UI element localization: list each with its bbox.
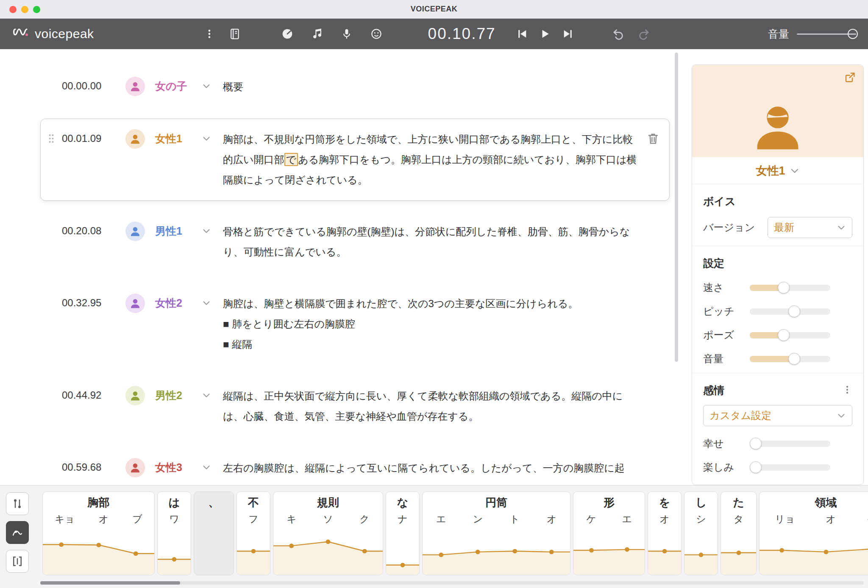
redo-icon[interactable]	[634, 25, 653, 43]
drag-handle-icon[interactable]	[47, 133, 55, 146]
phoneme-segment[interactable]: 不フ	[236, 491, 270, 575]
phoneme-segment[interactable]: しシ	[684, 491, 718, 575]
phoneme-label[interactable]: オ	[547, 513, 557, 526]
phoneme-label[interactable]: エ	[622, 513, 632, 526]
phoneme-segment[interactable]: 、	[194, 491, 234, 575]
line-speaker-name[interactable]: 女性3	[155, 458, 202, 477]
line-row[interactable]: 00.59.68女性3左右の胸膜腔は、縦隔によって互いに隔てられている。したがっ…	[40, 447, 670, 485]
line-collapse-chevron-icon[interactable]	[202, 458, 220, 474]
segment-word[interactable]: た	[721, 492, 756, 511]
pitch-curve[interactable]	[573, 527, 645, 575]
phoneme-label[interactable]: ワ	[169, 513, 179, 526]
line-text[interactable]: 胸部は、不規則な円筒形をした領域で、上方に狭い開口部である胸郭上口と、下方に比較…	[223, 129, 640, 190]
pitch-curve[interactable]	[237, 527, 270, 575]
slider-knob[interactable]	[778, 329, 790, 341]
line-row[interactable]: 00.01.09女性1胸部は、不規則な円筒形をした領域で、上方に狭い開口部である…	[40, 119, 670, 201]
emotion-menu-icon[interactable]	[842, 385, 852, 396]
duration-tool-icon[interactable]	[6, 550, 29, 573]
minimize-window-button[interactable]	[21, 6, 28, 13]
line-collapse-chevron-icon[interactable]	[202, 77, 220, 92]
line-collapse-chevron-icon[interactable]	[202, 222, 220, 237]
line-speaker-name[interactable]: 男性2	[155, 386, 202, 405]
segment-word[interactable]: な	[386, 492, 419, 511]
speaker-selector[interactable]: 女性1	[692, 157, 863, 184]
slider-track[interactable]	[750, 356, 830, 362]
pitch-curve[interactable]	[423, 527, 570, 575]
undo-icon[interactable]	[609, 25, 628, 43]
line-collapse-chevron-icon[interactable]	[202, 129, 220, 145]
phoneme-label[interactable]: シ	[696, 513, 706, 526]
dictionary-icon[interactable]	[225, 25, 244, 43]
phoneme-segment[interactable]: 領域リョオイ	[759, 491, 868, 575]
phoneme-label[interactable]: オ	[826, 513, 836, 526]
phoneme-label[interactable]: リョ	[775, 513, 795, 526]
phoneme-label[interactable]: オ	[659, 513, 670, 526]
segment-word[interactable]: 不	[237, 492, 270, 511]
segment-word[interactable]: 胸部	[43, 492, 154, 511]
phoneme-segment[interactable]: たタ	[721, 491, 757, 575]
phoneme-segment[interactable]: 形ケエ	[573, 491, 645, 575]
music-note-icon[interactable]	[308, 25, 326, 43]
line-speaker-name[interactable]: 女性2	[155, 294, 202, 312]
skip-end-icon[interactable]	[559, 25, 577, 43]
pitch-curve[interactable]	[721, 527, 756, 575]
segment-word[interactable]: 領域	[760, 492, 868, 511]
phoneme-label[interactable]: エ	[436, 513, 446, 526]
phoneme-label[interactable]: ブ	[132, 513, 142, 526]
slider-knob[interactable]	[750, 461, 762, 473]
line-row[interactable]: 00.20.08男性1骨格と筋でできている胸郭の壁(胸壁)は、分節状に配列した脊…	[40, 211, 670, 273]
external-link-icon[interactable]	[844, 71, 857, 85]
pitch-curve[interactable]	[760, 527, 868, 575]
pitch-curve[interactable]	[273, 527, 383, 575]
line-speaker-name[interactable]: 女の子	[155, 77, 202, 95]
phoneme-label[interactable]: キョ	[55, 513, 75, 526]
phoneme-label[interactable]: ナ	[398, 513, 408, 526]
segment-word[interactable]: 円筒	[423, 492, 570, 511]
phoneme-label[interactable]: ソ	[323, 513, 333, 526]
close-window-button[interactable]	[9, 6, 17, 13]
phoneme-label[interactable]: キ	[287, 513, 297, 526]
segment-word[interactable]: は	[158, 492, 191, 511]
line-row[interactable]: 00.32.95女性2胸腔は、胸壁と横隔膜で囲まれた腔で、次の3つの主要な区画に…	[40, 283, 670, 365]
phoneme-segment[interactable]: 規則キソク	[273, 491, 383, 575]
line-collapse-chevron-icon[interactable]	[202, 294, 220, 309]
speed-gauge-icon[interactable]	[278, 25, 297, 43]
pitch-curve[interactable]	[158, 527, 191, 575]
delete-line-button[interactable]	[646, 132, 660, 147]
slider-track[interactable]	[750, 308, 830, 315]
pitch-curve-tool-icon[interactable]	[6, 521, 29, 544]
line-collapse-chevron-icon[interactable]	[202, 386, 220, 402]
vertical-scrollbar[interactable]	[675, 53, 678, 362]
phoneme-label[interactable]: ン	[473, 513, 483, 526]
phoneme-segment[interactable]: なナ	[386, 491, 420, 575]
emotion-smiley-icon[interactable]	[367, 25, 386, 43]
segment-word[interactable]: し	[684, 492, 718, 511]
line-text[interactable]: 左右の胸膜腔は、縦隔によって互いに隔てられている。したがって、一方の胸膜腔に起	[223, 458, 640, 478]
segment-word[interactable]: を	[648, 492, 681, 511]
pitch-curve[interactable]	[194, 513, 234, 575]
slider-track[interactable]	[750, 441, 830, 447]
phoneme-label[interactable]: ト	[510, 513, 520, 526]
phoneme-segment[interactable]: はワ	[157, 491, 191, 575]
phoneme-label[interactable]: フ	[248, 513, 259, 526]
phoneme-segment[interactable]: 胸部キョオブ	[42, 491, 155, 575]
volume-slider-knob[interactable]	[848, 29, 858, 39]
segment-word[interactable]: 形	[573, 492, 645, 511]
phoneme-label[interactable]: ク	[359, 513, 370, 526]
skip-start-icon[interactable]	[513, 25, 531, 43]
phoneme-label[interactable]: オ	[98, 513, 108, 526]
line-speaker-name[interactable]: 女性1	[155, 129, 202, 148]
line-text[interactable]: 胸腔は、胸壁と横隔膜で囲まれた腔で、次の3つの主要な区画に分けられる。■ 肺をと…	[223, 294, 640, 355]
line-text[interactable]: 概要	[223, 77, 640, 97]
phoneme-segment[interactable]: をオ	[648, 491, 682, 575]
line-text[interactable]: 骨格と筋でできている胸郭の壁(胸壁)は、分節状に配列した脊椎、肋骨、筋、胸骨から…	[223, 222, 640, 262]
version-select[interactable]: 最新	[768, 217, 852, 238]
slider-track[interactable]	[750, 332, 830, 338]
line-row[interactable]: 00.44.92男性2縦隔は、正中矢状面で縦方向に長い、厚くて柔軟な軟部組織の領…	[40, 375, 670, 437]
zoom-window-button[interactable]	[33, 6, 40, 13]
play-icon[interactable]	[536, 25, 554, 43]
pitch-curve[interactable]	[386, 527, 419, 575]
segment-word[interactable]: 、	[194, 492, 234, 511]
pitch-curve[interactable]	[684, 527, 718, 575]
slider-track[interactable]	[750, 285, 830, 291]
